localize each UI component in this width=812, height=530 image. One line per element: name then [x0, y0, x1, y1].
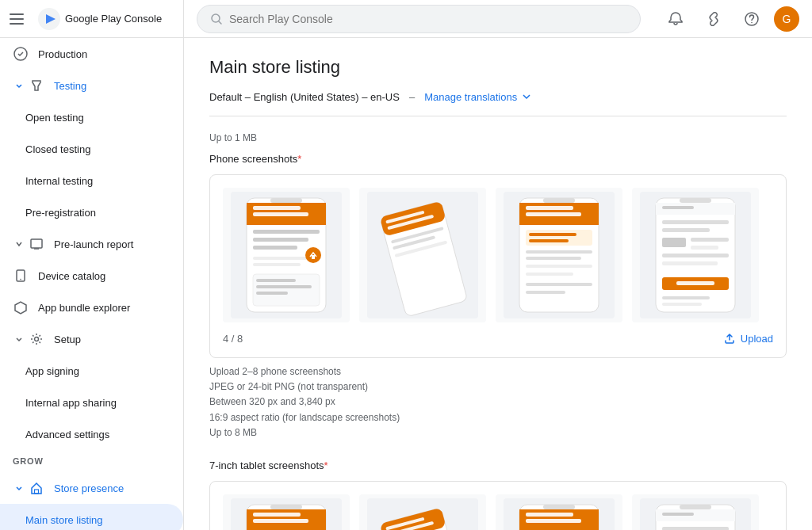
- phone-screenshots-section: Phone screenshots*: [209, 153, 787, 440]
- screenshot-1[interactable]: [223, 188, 350, 322]
- sidebar-item-pre-launch[interactable]: Pre-launch report: [0, 228, 183, 260]
- svg-rect-61: [662, 254, 729, 257]
- search-icon: [210, 13, 223, 25]
- svg-rect-94: [543, 505, 575, 509]
- help-icon: [744, 11, 760, 27]
- sidebar-item-internal-testing[interactable]: Internal testing: [0, 165, 183, 196]
- internal-sharing-label: Internal app sharing: [25, 397, 117, 409]
- sidebar-item-testing[interactable]: Testing: [0, 70, 183, 101]
- app-bundle-icon: [13, 299, 29, 315]
- link-button[interactable]: [698, 3, 730, 35]
- req-2: JPEG or 24-bit PNG (not transparent): [209, 379, 787, 395]
- pre-launch-icon: [29, 236, 44, 252]
- main-area: G Main store listing Default – English (…: [184, 0, 812, 530]
- svg-rect-27: [312, 255, 315, 259]
- testing-label: Testing: [54, 80, 86, 92]
- svg-rect-72: [253, 519, 308, 523]
- grow-section-title: Grow: [0, 450, 183, 472]
- tablet-screenshot-1-image: [231, 498, 342, 530]
- notifications-icon: [668, 11, 684, 27]
- svg-point-6: [35, 337, 39, 341]
- tablet-screenshot-2[interactable]: [359, 494, 486, 530]
- notifications-button[interactable]: [660, 3, 691, 35]
- manage-translations-button[interactable]: Manage translations: [424, 90, 533, 103]
- pre-launch-label: Pre-launch report: [54, 238, 133, 250]
- sidebar-item-app-signing[interactable]: App signing: [0, 355, 183, 387]
- play-logo-icon: [38, 8, 60, 30]
- sidebar-nav: Production Testing Open testing Closed t…: [0, 38, 183, 530]
- device-catalog-icon: [13, 268, 29, 284]
- tablet-7-screenshots-card: [209, 481, 787, 530]
- phone-screenshots-label: Phone screenshots*: [209, 153, 787, 165]
- device-catalog-label: Device catalog: [38, 270, 105, 282]
- topbar: G: [184, 0, 812, 38]
- screenshots-grid: [223, 188, 773, 322]
- svg-rect-46: [526, 257, 581, 260]
- search-input[interactable]: [229, 13, 627, 25]
- production-icon: [13, 46, 29, 62]
- phone-required-marker: *: [297, 153, 301, 165]
- screenshot-3-image: [504, 192, 615, 318]
- svg-rect-19: [253, 246, 297, 250]
- tablet-screenshot-4[interactable]: [632, 494, 759, 530]
- tablet-required-marker: *: [324, 459, 328, 471]
- upload-button[interactable]: Upload: [723, 332, 773, 345]
- svg-rect-111: [662, 513, 694, 516]
- svg-rect-66: [662, 303, 702, 306]
- testing-chevron-icon: [13, 79, 25, 92]
- sidebar-item-setup[interactable]: Setup: [0, 323, 183, 355]
- sidebar-item-pre-registration[interactable]: Pre-registration: [0, 196, 183, 228]
- sidebar: Google Play Console Production Testing O…: [0, 0, 184, 530]
- svg-rect-25: [256, 292, 288, 295]
- main-store-listing-label: Main store listing: [25, 514, 103, 526]
- svg-rect-15: [253, 206, 301, 210]
- svg-rect-62: [662, 261, 718, 265]
- svg-point-5: [20, 279, 21, 280]
- svg-rect-58: [662, 238, 686, 247]
- hamburger-icon[interactable]: [10, 10, 29, 29]
- content-area: Main store listing Default – English (Un…: [184, 38, 812, 530]
- tablet-7-screenshots-section: 7-inch tablet screenshots*: [209, 459, 787, 530]
- screenshot-1-image: [231, 192, 342, 318]
- closed-testing-label: Closed testing: [25, 143, 90, 155]
- svg-rect-38: [543, 198, 575, 203]
- svg-rect-56: [662, 220, 729, 224]
- phone-screenshots-card: 4 / 8 Upload: [209, 174, 787, 358]
- tablet-7-label: 7-inch tablet screenshots*: [209, 459, 787, 471]
- svg-rect-17: [253, 230, 320, 234]
- sidebar-item-production[interactable]: Production: [0, 38, 183, 70]
- app-signing-label: App signing: [25, 365, 79, 377]
- search-box[interactable]: [197, 5, 641, 33]
- sidebar-item-main-store-listing[interactable]: Main store listing: [0, 504, 183, 530]
- sidebar-item-advanced-settings[interactable]: Advanced settings: [0, 418, 183, 450]
- open-testing-label: Open testing: [25, 112, 84, 124]
- help-button[interactable]: [736, 3, 768, 35]
- tablet-screenshot-3-image: [504, 498, 615, 530]
- sidebar-item-internal-sharing[interactable]: Internal app sharing: [0, 387, 183, 418]
- tablet-screenshot-3[interactable]: [496, 494, 622, 530]
- req-4: 16:9 aspect ratio (for landscape screens…: [209, 410, 787, 425]
- sidebar-item-open-testing[interactable]: Open testing: [0, 101, 183, 133]
- production-label: Production: [38, 48, 87, 60]
- svg-rect-65: [662, 296, 710, 299]
- screenshot-4[interactable]: [632, 188, 759, 322]
- screenshot-2[interactable]: [359, 188, 486, 322]
- sidebar-item-closed-testing[interactable]: Closed testing: [0, 133, 183, 165]
- setup-icon: [29, 331, 44, 347]
- svg-rect-3: [31, 239, 42, 248]
- logo-area: Google Play Console: [38, 8, 162, 30]
- tablet-screenshots-grid: [223, 494, 773, 530]
- svg-rect-41: [526, 212, 581, 216]
- sidebar-item-device-catalog[interactable]: Device catalog: [0, 260, 183, 292]
- svg-rect-53: [680, 198, 711, 203]
- sidebar-item-app-bundle[interactable]: App bundle explorer: [0, 292, 183, 323]
- svg-rect-109: [680, 505, 711, 509]
- topbar-actions: G: [660, 3, 799, 35]
- tablet-screenshot-1[interactable]: [223, 494, 350, 530]
- sidebar-item-store-presence[interactable]: Store presence: [0, 472, 183, 504]
- app-bundle-label: App bundle explorer: [38, 302, 130, 314]
- screenshot-3[interactable]: [496, 188, 622, 322]
- svg-rect-112: [662, 527, 729, 530]
- scroll-info: Up to 1 MB: [209, 132, 787, 143]
- svg-rect-42: [526, 230, 592, 246]
